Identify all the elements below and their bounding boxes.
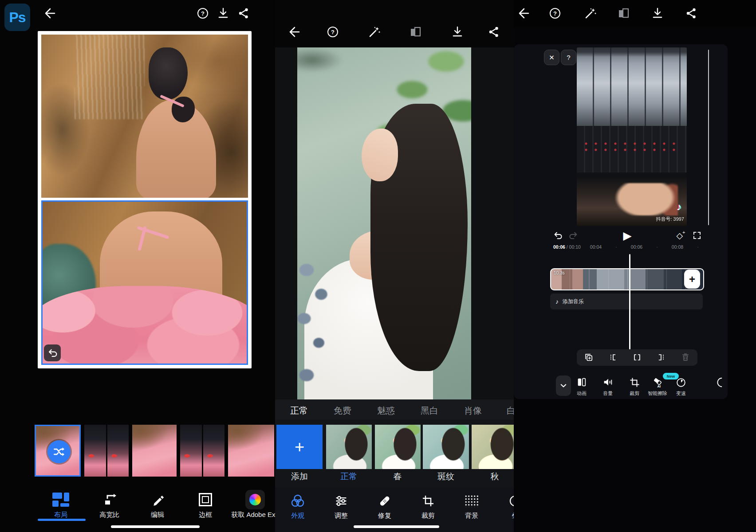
collage-canvas — [38, 31, 252, 368]
tab-border[interactable]: 边框 — [181, 491, 230, 519]
layout-thumbnail[interactable] — [228, 425, 274, 477]
tool-partial-cut[interactable] — [705, 376, 740, 388]
delete-clip-icon[interactable] — [679, 351, 692, 364]
filter-preview-art — [326, 425, 372, 469]
tab-label: 叠 — [493, 512, 514, 520]
back-icon[interactable] — [287, 25, 301, 39]
fullscreen-icon[interactable] — [691, 229, 703, 242]
tab-edit[interactable]: 编辑 — [133, 491, 182, 519]
photoshop-express-collage-screen: Ps ? — [0, 0, 275, 532]
music-note-icon: ♪ — [555, 298, 559, 305]
thumbnail-art — [132, 425, 177, 477]
photoshop-logo-text: Ps — [9, 9, 25, 26]
ruler-dot: · — [656, 244, 658, 250]
help-icon[interactable]: ? — [196, 6, 210, 20]
video-clip-track[interactable]: 10.3s — [550, 268, 704, 290]
clip-actions-toolbar — [577, 349, 697, 366]
back-icon[interactable] — [516, 6, 531, 20]
tab-looks[interactable]: 外观 — [276, 493, 320, 520]
filter-tile-label-selected: 正常 — [340, 471, 357, 482]
tab-crop[interactable]: 裁剪 — [406, 493, 450, 520]
ruler-tick: 00:04 — [590, 244, 602, 250]
film-frames-art — [551, 269, 703, 289]
filter-preview-art — [375, 425, 421, 469]
close-icon[interactable]: ✕ — [544, 50, 559, 65]
filter-tile-stripe[interactable] — [423, 425, 469, 469]
share-icon[interactable] — [684, 6, 698, 20]
share-icon[interactable] — [236, 6, 251, 20]
edited-photo-portrait[interactable] — [297, 47, 471, 399]
add-music-row[interactable]: ♪ 添加音乐 — [550, 293, 703, 309]
duplicate-clip-icon[interactable] — [583, 351, 595, 364]
tab-aspect-ratio[interactable]: 高宽比 — [85, 491, 134, 519]
hair-bun-art — [172, 97, 195, 122]
close-glyph: ✕ — [549, 54, 555, 62]
tab-get-adobe-express[interactable]: 获取 Adobe Ex.. — [226, 491, 275, 519]
border-frame-icon — [199, 493, 212, 506]
filter-tab-normal[interactable]: 正常 — [290, 405, 308, 417]
video-editor-screen: ? ✕ ? 导出 ♪ 抖音号: 3997 ▶ — [514, 0, 756, 532]
filter-tab-charm[interactable]: 魅惑 — [377, 405, 395, 417]
layout-thumbnail[interactable] — [84, 425, 129, 477]
tiktok-logo-icon: ♪ — [677, 201, 681, 213]
download-icon[interactable] — [450, 25, 465, 39]
help-icon[interactable]: ? — [548, 6, 562, 20]
active-tab-indicator — [38, 519, 86, 521]
add-filter-tile[interactable]: + — [276, 425, 323, 469]
layout-thumbnail[interactable] — [180, 425, 224, 477]
tab-overlay-cut[interactable]: 叠 — [493, 493, 514, 520]
filter-tab-portrait[interactable]: 肖像 — [464, 405, 482, 417]
redo-button[interactable] — [568, 229, 579, 242]
svg-text:?: ? — [201, 10, 205, 17]
undo-button[interactable] — [44, 344, 61, 361]
trim-left-icon[interactable] — [607, 351, 619, 364]
photo-art — [297, 47, 367, 114]
play-button[interactable]: ▶ — [622, 229, 633, 242]
add-keyframe-icon[interactable]: ◇ + — [674, 229, 688, 242]
collage-photo-bottom-selected[interactable] — [41, 200, 248, 365]
collage-photo-top[interactable] — [41, 35, 248, 198]
download-icon[interactable] — [650, 6, 665, 20]
douyin-watermark: 抖音号: 3997 — [656, 216, 684, 223]
magic-wand-icon[interactable] — [583, 6, 597, 20]
filter-strip: + 添加 正常 春 斑纹 秋 — [275, 420, 514, 488]
filter-tile-label: 春 — [394, 471, 402, 482]
pencil-icon — [133, 491, 182, 508]
home-indicator — [111, 525, 200, 528]
share-icon[interactable] — [487, 25, 501, 39]
pink-dress-ruffles-art — [41, 286, 248, 365]
filter-tile-autumn[interactable] — [472, 425, 514, 469]
layout-thumbnail-selected[interactable] — [35, 425, 81, 477]
before-after-compare-icon[interactable] — [617, 6, 631, 20]
before-after-compare-icon[interactable] — [409, 25, 423, 39]
filter-tab-free[interactable]: 免费 — [334, 405, 351, 417]
back-icon[interactable] — [43, 6, 57, 20]
gym-windows-art — [577, 47, 687, 126]
filter-tile-spring[interactable] — [375, 425, 421, 469]
tab-heal[interactable]: 修复 — [362, 493, 407, 520]
tab-label: 边框 — [181, 511, 230, 519]
filter-tab-white-cut[interactable]: 白 — [507, 405, 514, 417]
timeline-playhead[interactable] — [629, 254, 630, 349]
tab-background[interactable]: 背景 — [449, 493, 494, 520]
dotted-grid-icon — [465, 495, 479, 507]
split-clip-icon[interactable] — [631, 351, 643, 364]
filter-tab-bw[interactable]: 黑白 — [421, 405, 438, 417]
magic-wand-icon[interactable] — [367, 25, 381, 39]
undo-button[interactable] — [552, 229, 563, 242]
tab-layout[interactable]: 布局 — [36, 491, 85, 519]
tab-label: 高宽比 — [85, 511, 134, 519]
layout-grid-icon — [52, 493, 69, 507]
help-icon[interactable]: ? — [561, 50, 576, 65]
filter-tile-normal[interactable] — [326, 425, 372, 469]
video-preview[interactable]: ♪ 抖音号: 3997 — [577, 47, 687, 226]
trim-right-icon[interactable] — [655, 351, 667, 364]
layout-thumbnail[interactable] — [132, 425, 177, 477]
svg-text:?: ? — [331, 29, 335, 35]
help-icon[interactable]: ? — [326, 25, 340, 39]
clip-duration-badge: 10.3s — [554, 270, 564, 275]
sliders-icon — [319, 493, 363, 509]
add-clip-button[interactable]: + — [684, 270, 700, 289]
download-icon[interactable] — [216, 6, 230, 20]
tab-adjust[interactable]: 调整 — [319, 493, 363, 520]
